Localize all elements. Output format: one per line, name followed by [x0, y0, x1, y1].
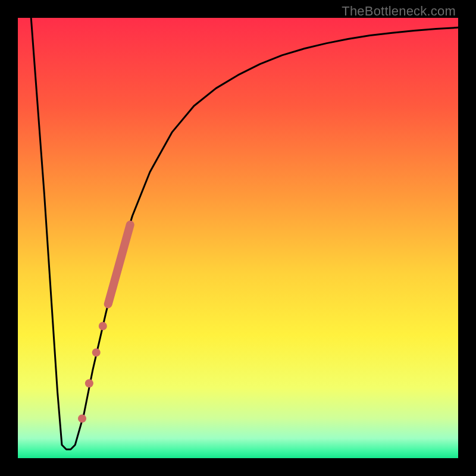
plot-area	[18, 18, 458, 458]
curve-layer	[18, 18, 458, 458]
dot-4	[78, 414, 86, 422]
dot-3	[85, 379, 93, 387]
dot-2	[92, 348, 101, 356]
dot-1	[99, 322, 107, 330]
highlight-segment	[108, 225, 130, 304]
watermark-text: TheBottleneck.com	[342, 4, 456, 19]
markers-group	[78, 225, 130, 423]
bottleneck-curve	[31, 18, 458, 449]
chart-frame: TheBottleneck.com	[0, 0, 476, 476]
